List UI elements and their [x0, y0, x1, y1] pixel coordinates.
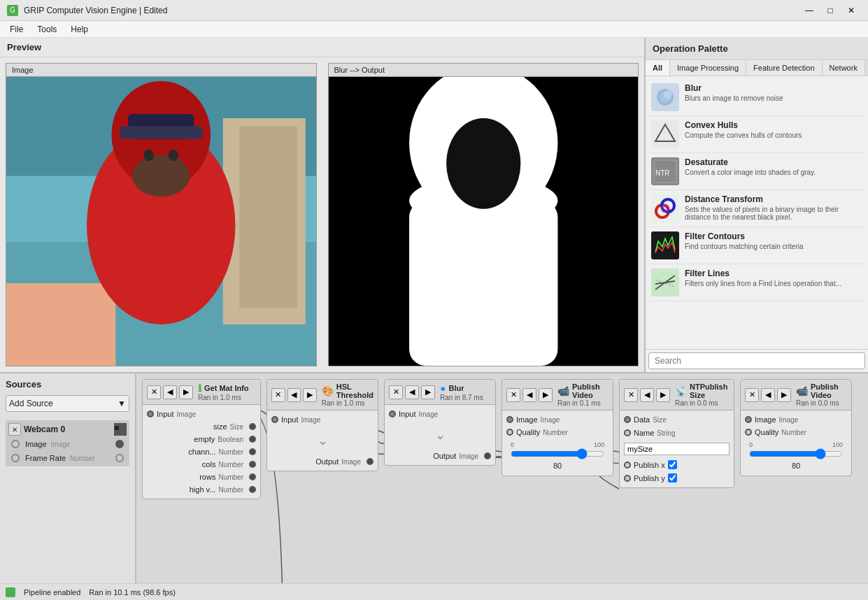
- node-next-pubvid2[interactable]: ▶: [777, 388, 791, 402]
- pubvid1-quality-slider[interactable]: [511, 448, 604, 459]
- tab-image-processing[interactable]: Image Processing: [670, 60, 746, 76]
- node-title-area-ntpub: 📡 NTPublish Size Ran in 0.0 ms: [672, 383, 730, 407]
- tab-feature-detection[interactable]: Feature Detection: [746, 60, 822, 76]
- framerate-output-port: [115, 454, 124, 462]
- node-close-blur[interactable]: ✕: [389, 385, 403, 399]
- source-stop-button[interactable]: ■: [114, 423, 127, 436]
- webcam-preview: [6, 77, 316, 366]
- node-next-get-mat-info[interactable]: ▶: [179, 385, 193, 399]
- name-port-dot-ntpub: [624, 429, 631, 436]
- name-field-row: Name String: [624, 427, 730, 438]
- sources-title: Sources: [6, 379, 129, 390]
- tab-more[interactable]: Lo▼: [865, 60, 868, 76]
- op-item-blur[interactable]: Blur Blurs an image to remove noise: [648, 79, 865, 116]
- op-search-area: [646, 349, 868, 372]
- node-prev-get-mat-info[interactable]: ◀: [163, 385, 177, 399]
- port-output-type-hsl: Image: [341, 458, 361, 466]
- node-prev-blur[interactable]: ◀: [405, 385, 419, 399]
- node-prev-ntpub[interactable]: ◀: [640, 388, 654, 402]
- pubvid1-label: Publish Video: [572, 383, 609, 399]
- node-prev-hsl[interactable]: ◀: [287, 388, 301, 402]
- filter-contours-text: Filter Contours Find contours matching c…: [685, 231, 862, 250]
- svg-rect-5: [6, 283, 115, 366]
- desaturate-name: Desaturate: [685, 157, 862, 167]
- app-title: GRIP Computer Vision Engine | Edited: [24, 6, 799, 15]
- add-source-button[interactable]: Add Source ▼: [6, 395, 129, 412]
- pubvid2-quality-slider[interactable]: [749, 448, 843, 459]
- menu-tools[interactable]: Tools: [30, 23, 64, 36]
- source-framerate-type: Number: [70, 455, 95, 462]
- app-icon: G: [7, 5, 18, 16]
- blur-op-icon: [651, 83, 679, 111]
- output-port-rows-getmat: [249, 473, 256, 480]
- publish-x-checkbox[interactable]: [668, 460, 677, 469]
- distance-transform-icon: [651, 194, 679, 222]
- node-time-get-mat-info: Ran in 1.0 ms: [198, 394, 256, 401]
- menu-file[interactable]: File: [3, 23, 30, 36]
- op-item-desaturate[interactable]: NTR Desaturate Convert a color image int…: [648, 153, 865, 190]
- node-header-get-mat-info: ✕ ◀ ▶ ℹ Get Mat Info Ran in 1.0 ms: [143, 380, 260, 405]
- node-close-pubvid2[interactable]: ✕: [745, 388, 759, 402]
- output-port-hsl: [367, 458, 373, 465]
- menu-help[interactable]: Help: [64, 23, 95, 36]
- maximize-button[interactable]: □: [820, 3, 840, 18]
- desaturate-text: Desaturate Convert a color image into sh…: [685, 157, 862, 176]
- filter-lines-name: Filter Lines: [685, 269, 862, 278]
- port-input-type-hsl: Image: [301, 416, 320, 424]
- pubvid2-slider-val: 80: [749, 462, 843, 470]
- op-list: Blur Blurs an image to remove noise Conv: [646, 76, 868, 349]
- node-close-ntpub[interactable]: ✕: [624, 388, 638, 402]
- node-time-ntpub: Ran in 0.0 ms: [675, 399, 730, 407]
- op-item-distance-transform[interactable]: Distance Transform Sets the values of pi…: [648, 190, 865, 227]
- window-controls: — □ ✕: [799, 3, 861, 18]
- node-body-pubvid1: Image Image Quality Number 0 10: [502, 410, 613, 476]
- hsl-label: HSL Threshold: [336, 383, 373, 399]
- blur-op-name: Blur: [685, 83, 862, 93]
- node-name-get-mat-info: ℹ Get Mat Info: [198, 383, 256, 394]
- node-name-ntpub: 📡 NTPublish Size: [675, 383, 730, 399]
- minimize-button[interactable]: —: [799, 3, 819, 18]
- op-item-convex-hulls[interactable]: Convex Hulls Compute the convex hulls of…: [648, 116, 865, 153]
- tab-all[interactable]: All: [646, 60, 670, 76]
- tab-network[interactable]: Network: [823, 60, 865, 76]
- close-button[interactable]: ✕: [841, 3, 861, 18]
- port-cols-getmat: cols Number: [147, 459, 256, 469]
- node-next-hsl[interactable]: ▶: [303, 388, 317, 402]
- port-input-label-hsl: Input: [281, 415, 298, 424]
- node-body-blur: Input Image ⌄ Output Image: [385, 405, 495, 465]
- source-close-button[interactable]: ✕: [8, 423, 21, 436]
- camera-icon-small: [11, 440, 20, 448]
- op-item-filter-lines[interactable]: Filter Lines Filters only lines from a F…: [648, 264, 865, 301]
- publish-y-checkbox[interactable]: [668, 473, 677, 483]
- ntpub-name-input[interactable]: [624, 443, 730, 455]
- node-publish-video-1: ✕ ◀ ▶ 📹 Publish Video Ran in 0.1 ms: [501, 379, 613, 476]
- publish-x-label: Publish x: [634, 461, 665, 469]
- hsl-expand-icon: ⌄: [271, 427, 373, 454]
- search-input[interactable]: [648, 352, 865, 369]
- node-title-area-hsl: 🎨 HSL Threshold Ran in 1.0 ms: [319, 383, 373, 407]
- port-output-blur: Output Image: [389, 451, 491, 461]
- node-next-blur[interactable]: ▶: [421, 385, 435, 399]
- port-input-label-getmat: Input: [157, 410, 173, 418]
- node-close-get-mat-info[interactable]: ✕: [147, 385, 161, 399]
- node-close-hsl[interactable]: ✕: [271, 388, 285, 402]
- op-item-filter-contours[interactable]: Filter Contours Find contours matching c…: [648, 227, 865, 264]
- image-port-dot-pubvid1: [506, 416, 513, 423]
- node-close-pubvid1[interactable]: ✕: [506, 388, 520, 402]
- node-next-ntpub[interactable]: ▶: [656, 388, 670, 402]
- source-name-webcam0: Webcam 0: [24, 424, 111, 434]
- main-container: Preview Image: [0, 38, 868, 583]
- node-name-pubvid2: 📹 Publish Video: [796, 383, 847, 399]
- node-prev-pubvid1[interactable]: ◀: [522, 388, 536, 402]
- image-port-dot-pubvid2: [745, 416, 752, 423]
- output-port-cols-getmat: [249, 461, 256, 468]
- port-highv-getmat: high v... Number: [147, 485, 256, 494]
- node-body-pubvid2: Image Image Quality Number 0 10: [741, 410, 851, 476]
- node-time-blur: Ran in 8.7 ms: [440, 394, 491, 401]
- pubvid1-slider-container: 0 100 80: [506, 440, 609, 471]
- node-prev-pubvid2[interactable]: ◀: [761, 388, 775, 402]
- node-next-pubvid1[interactable]: ▶: [539, 388, 553, 402]
- distance-transform-text: Distance Transform Sets the values of pi…: [685, 194, 862, 221]
- port-data-ntpub: Data Size: [624, 415, 730, 424]
- pubvid2-slider-min: 0: [749, 441, 753, 448]
